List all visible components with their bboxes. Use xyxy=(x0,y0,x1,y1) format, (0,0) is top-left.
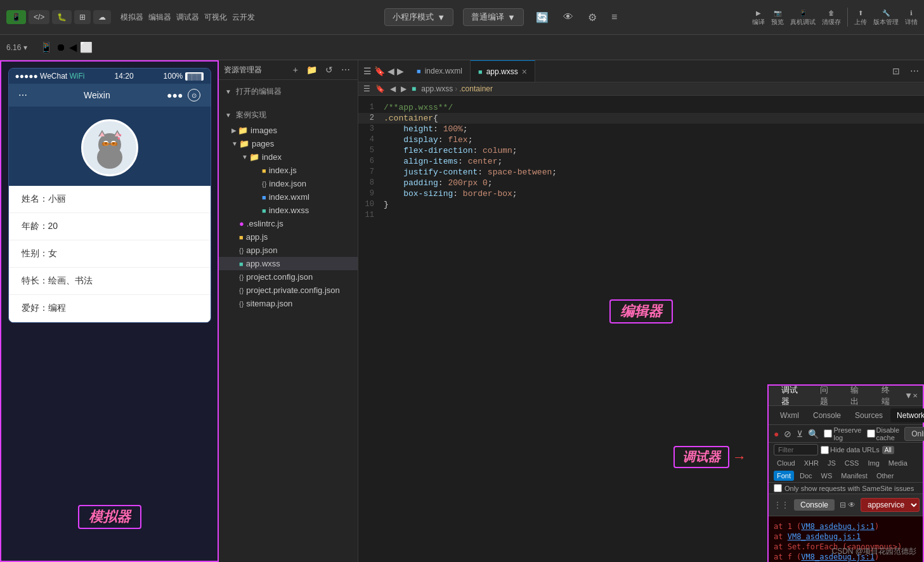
xhr-btn[interactable]: XHR xyxy=(801,458,822,468)
debugger-close-btn[interactable]: × xyxy=(913,391,918,400)
grid-icon-btn[interactable]: ⊞ xyxy=(74,10,91,24)
index-arrow xyxy=(242,154,248,160)
tree-item-indexwxss[interactable]: ■ index.wxss xyxy=(219,204,358,217)
indexwxml-label: index.wxml xyxy=(269,192,309,202)
subtab-console[interactable]: Console xyxy=(807,408,847,422)
font-btn[interactable]: Font xyxy=(774,471,794,481)
js-btn[interactable]: JS xyxy=(824,458,839,468)
nav-circle-btn[interactable]: ⊙ xyxy=(188,89,200,101)
editor-forward-btn[interactable]: ▶ xyxy=(397,66,404,76)
code-text-8: padding: 200rpx 0; xyxy=(384,178,493,188)
debugger-tab-debug[interactable]: 调试器 xyxy=(774,386,812,405)
layers-btn[interactable]: ≡ xyxy=(609,9,620,25)
filter-icon-btn[interactable]: ⊻ xyxy=(797,429,803,439)
other-btn[interactable]: Other xyxy=(873,471,897,481)
debug-icon-btn[interactable]: 🐛 xyxy=(52,10,72,24)
console-drag-handle[interactable]: ⋮⋮ xyxy=(774,500,789,509)
eye-btn[interactable]: 👁 xyxy=(561,9,576,25)
breadcrumb-back[interactable]: ◀ xyxy=(390,84,396,93)
open-editors-header[interactable]: 打开的编辑器 xyxy=(219,83,358,100)
doc-btn[interactable]: Doc xyxy=(797,471,816,481)
tree-item-projprivate[interactable]: {} project.private.config.json xyxy=(219,284,358,297)
record-icon: ⏺ xyxy=(56,42,66,53)
real-debug-btn[interactable]: 📱 真机调试 xyxy=(790,8,816,27)
manifest-btn[interactable]: Manifest xyxy=(838,471,871,481)
same-site-check[interactable] xyxy=(774,484,782,492)
subtab-wxml[interactable]: Wxml xyxy=(774,408,805,422)
tab-indexwxml[interactable]: ■ index.wxml xyxy=(409,60,471,82)
breadcrumb-bookmark[interactable]: 🔖 xyxy=(375,84,385,93)
compile-dropdown[interactable]: 普通编译 ▼ xyxy=(463,8,524,26)
code-icon-btn[interactable]: </> xyxy=(29,10,49,24)
project-header[interactable]: 案例实现 xyxy=(219,107,358,124)
clear-traffic-btn[interactable]: ⊘ xyxy=(784,429,791,439)
preserve-log-check[interactable] xyxy=(824,429,832,438)
code-text-10: } xyxy=(384,200,389,209)
editor-sidebar-toggle[interactable]: ☰ xyxy=(363,66,372,76)
tree-item-sitemap[interactable]: {} sitemap.json xyxy=(219,297,358,310)
tree-item-indexjson[interactable]: {} index.json xyxy=(219,177,358,190)
tree-item-appjs[interactable]: ■ app.js xyxy=(219,230,358,244)
tree-item-pages[interactable]: 📁 pages xyxy=(219,137,358,150)
signal-dots: ●●●●● WeChat WiFi xyxy=(15,72,85,81)
debugger-tab-issues[interactable]: 问题 xyxy=(812,386,843,405)
mode-dropdown[interactable]: 小程序模式 ▼ xyxy=(384,8,453,26)
tab-appwxss[interactable]: ■ app.wxss × xyxy=(471,60,535,82)
all-badge: All xyxy=(882,446,894,454)
nav-dots[interactable]: ●●● xyxy=(167,90,183,100)
ws-btn[interactable]: WS xyxy=(818,471,836,481)
new-folder-btn[interactable]: 📁 xyxy=(304,63,320,76)
appjs-icon: ■ xyxy=(239,233,244,241)
mobile-icon-btn[interactable]: 📱 xyxy=(6,10,26,24)
tab-close-btn[interactable]: × xyxy=(522,67,527,77)
refresh-explorer-btn[interactable]: ↺ xyxy=(323,63,335,76)
search-traffic-btn[interactable]: 🔍 xyxy=(808,429,819,439)
network-filter-input[interactable] xyxy=(774,444,818,455)
record-traffic-btn[interactable]: ● xyxy=(774,429,779,439)
battery-display: 100% ▓▓▓ xyxy=(164,72,204,81)
hide-urls-check[interactable] xyxy=(821,446,829,454)
split-editor-btn[interactable]: ⊡ xyxy=(887,66,905,76)
breadcrumb-forward[interactable]: ▶ xyxy=(401,84,407,93)
preview-btn[interactable]: 📷 预览 xyxy=(771,8,784,27)
disable-cache-check[interactable] xyxy=(867,429,875,438)
editor-bookmark-btn[interactable]: 🔖 xyxy=(374,66,385,76)
tree-item-images[interactable]: 📁 images xyxy=(219,124,358,137)
settings-btn[interactable]: ⚙ xyxy=(585,9,599,26)
console-source-select[interactable]: appservice xyxy=(861,498,920,512)
breadcrumb-toggle[interactable]: ☰ xyxy=(363,84,370,93)
console-icon1[interactable]: ⊟ xyxy=(840,500,846,509)
tree-item-projconfig[interactable]: {} project.config.json xyxy=(219,270,358,284)
cloud-btn[interactable]: Cloud xyxy=(774,458,798,468)
compile-btn[interactable]: ▶ 编译 xyxy=(752,8,765,27)
media-btn[interactable]: Media xyxy=(885,458,911,468)
more-options-btn[interactable]: ⋯ xyxy=(339,63,353,76)
upload-btn[interactable]: ⬆ 上传 xyxy=(854,8,867,27)
detail-btn[interactable]: ℹ 详情 xyxy=(905,8,918,27)
debugger-collapse-btn[interactable]: ▼ xyxy=(904,391,913,400)
editor-back-btn[interactable]: ◀ xyxy=(387,66,394,76)
version-btn[interactable]: 🔧 版本管理 xyxy=(873,8,899,27)
tree-item-eslint[interactable]: ● .eslintrc.js xyxy=(219,217,358,230)
nav-back-btn[interactable]: ⋯ xyxy=(18,90,27,100)
subtab-sources[interactable]: Sources xyxy=(849,408,889,422)
throttle-select[interactable]: Online xyxy=(904,427,924,441)
debugger-tab-terminal[interactable]: 终端 xyxy=(874,386,904,405)
debugger-tab-output[interactable]: 输出 xyxy=(843,386,873,405)
profile-info: 姓名：小丽 年龄：20 性别：女 特长：绘画、书法 爱好：编程 xyxy=(9,186,211,322)
clear-cache-btn[interactable]: 🗑 清缓存 xyxy=(822,8,841,27)
css-btn[interactable]: CSS xyxy=(842,458,862,468)
cloud-icon-btn[interactable]: ☁ xyxy=(93,10,111,24)
new-file-btn[interactable]: + xyxy=(290,63,301,76)
img-btn[interactable]: Img xyxy=(864,458,882,468)
console-icon2[interactable]: 👁 xyxy=(848,500,856,509)
tree-item-appwxss[interactable]: ■ app.wxss xyxy=(219,257,358,270)
tree-item-indexwxml[interactable]: ■ index.wxml xyxy=(219,190,358,204)
tree-item-index[interactable]: 📁 index xyxy=(219,150,358,164)
refresh-btn[interactable]: 🔄 xyxy=(533,9,551,26)
tree-item-appjson[interactable]: {} app.json xyxy=(219,244,358,257)
tab-appwxss-icon: ■ xyxy=(478,68,483,75)
tree-item-indexjs[interactable]: ■ index.js xyxy=(219,164,358,177)
more-editor-btn[interactable]: ⋯ xyxy=(905,66,924,76)
subtab-network[interactable]: Network xyxy=(890,408,924,422)
